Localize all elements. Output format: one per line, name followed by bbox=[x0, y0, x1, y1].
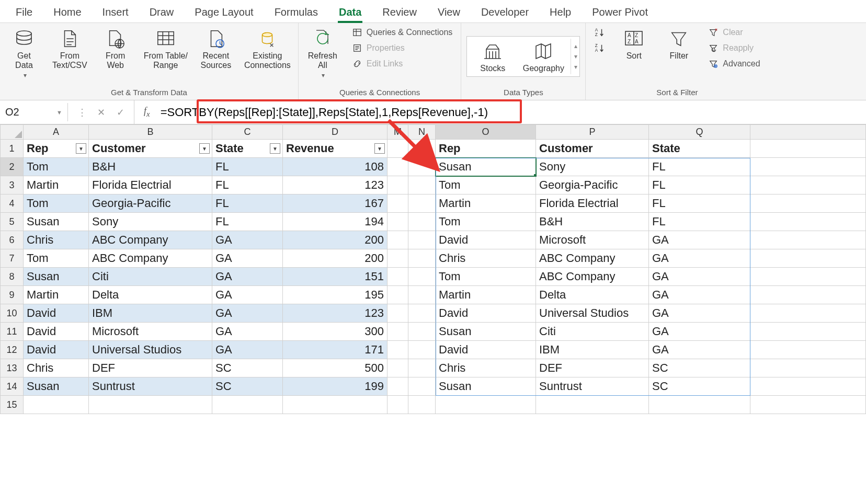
cancel-formula-icon[interactable]: ✕ bbox=[97, 107, 105, 118]
cell-M6[interactable] bbox=[388, 231, 408, 249]
row-header-11[interactable]: 11 bbox=[1, 323, 24, 341]
cell-D4[interactable]: 167 bbox=[283, 194, 388, 213]
col-header-B[interactable]: B bbox=[89, 125, 212, 140]
formula-input[interactable] bbox=[156, 104, 866, 121]
row-header-9[interactable]: 9 bbox=[1, 286, 24, 304]
cell-N1[interactable] bbox=[408, 140, 436, 158]
gallery-down-icon[interactable]: ▾ bbox=[574, 53, 577, 60]
cell-C14[interactable]: SC bbox=[212, 377, 283, 396]
fx-icon[interactable]: fx bbox=[134, 106, 156, 119]
stocks-button[interactable]: Stocks bbox=[469, 39, 516, 74]
col-header-N[interactable]: N bbox=[408, 125, 436, 140]
edit-links-button[interactable]: Edit Links bbox=[349, 58, 456, 70]
cell-O2[interactable]: Susan bbox=[436, 158, 536, 176]
cell-O8[interactable]: Tom bbox=[436, 268, 536, 286]
row-header-6[interactable]: 6 bbox=[1, 231, 24, 249]
cell-P14[interactable]: Suntrust bbox=[536, 377, 649, 396]
row-header-14[interactable]: 14 bbox=[1, 377, 24, 396]
filter-button[interactable]: Filter bbox=[660, 26, 698, 62]
cell-Q8[interactable]: GA bbox=[649, 268, 750, 286]
sort-button[interactable]: AZZA Sort bbox=[615, 26, 653, 62]
cell-N5[interactable] bbox=[408, 213, 436, 231]
cell-M7[interactable] bbox=[388, 249, 408, 268]
cell-N10[interactable] bbox=[408, 304, 436, 323]
col-header-M[interactable]: M bbox=[388, 125, 408, 140]
cell-C11[interactable]: GA bbox=[212, 323, 283, 341]
col-header-A[interactable]: A bbox=[24, 125, 89, 140]
col-header-Q[interactable]: Q bbox=[649, 125, 750, 140]
cell-C13[interactable]: SC bbox=[212, 359, 283, 377]
get-data-button[interactable]: GetData bbox=[5, 26, 43, 80]
cell-C1[interactable]: State▼ bbox=[212, 140, 283, 158]
cell-M8[interactable] bbox=[388, 268, 408, 286]
gallery-more-icon[interactable]: ▾ bbox=[574, 63, 577, 71]
select-all-corner[interactable] bbox=[1, 125, 24, 140]
tab-insert[interactable]: Insert bbox=[92, 3, 139, 22]
refresh-all-button[interactable]: RefreshAll bbox=[304, 26, 341, 80]
cell-C4[interactable]: FL bbox=[212, 194, 283, 213]
cell-A2[interactable]: Tom bbox=[24, 158, 89, 176]
cell-Q12[interactable]: GA bbox=[649, 341, 750, 359]
col-header-O[interactable]: O bbox=[436, 125, 536, 140]
cell-P1[interactable]: Customer bbox=[536, 140, 649, 158]
reapply-button[interactable]: Reapply bbox=[705, 42, 763, 54]
cell-C2[interactable]: FL bbox=[212, 158, 283, 176]
cell-O10[interactable]: David bbox=[436, 304, 536, 323]
cell-A14[interactable]: Susan bbox=[24, 377, 89, 396]
cell-M2[interactable] bbox=[388, 158, 408, 176]
cell-Q4[interactable]: FL bbox=[649, 194, 750, 213]
cell-B7[interactable]: ABC Company bbox=[89, 249, 212, 268]
tab-file[interactable]: File bbox=[5, 3, 43, 22]
filter-dropdown-state[interactable]: ▼ bbox=[270, 143, 280, 154]
cell-N14[interactable] bbox=[408, 377, 436, 396]
cell-O14[interactable]: Susan bbox=[436, 377, 536, 396]
cell-P12[interactable]: IBM bbox=[536, 341, 649, 359]
tab-page-layout[interactable]: Page Layout bbox=[184, 3, 264, 22]
row-header-15[interactable]: 15 bbox=[1, 396, 24, 414]
cell-N8[interactable] bbox=[408, 268, 436, 286]
cell-O12[interactable]: David bbox=[436, 341, 536, 359]
cell-N3[interactable] bbox=[408, 176, 436, 194]
cell-Q7[interactable]: GA bbox=[649, 249, 750, 268]
cell-D9[interactable]: 195 bbox=[283, 286, 388, 304]
cell-Q13[interactable]: SC bbox=[649, 359, 750, 377]
row-header-7[interactable]: 7 bbox=[1, 249, 24, 268]
name-box[interactable]: O2 ▼ bbox=[0, 103, 68, 121]
filter-dropdown-revenue[interactable]: ▼ bbox=[374, 143, 385, 154]
cell-M3[interactable] bbox=[388, 176, 408, 194]
cell-N12[interactable] bbox=[408, 341, 436, 359]
cell-P6[interactable]: Microsoft bbox=[536, 231, 649, 249]
cell-Q5[interactable]: FL bbox=[649, 213, 750, 231]
from-web-button[interactable]: FromWeb bbox=[97, 26, 134, 72]
cell-C12[interactable]: GA bbox=[212, 341, 283, 359]
cell-D8[interactable]: 151 bbox=[283, 268, 388, 286]
from-table-range-button[interactable]: From Table/Range bbox=[142, 26, 190, 72]
row-header-12[interactable]: 12 bbox=[1, 341, 24, 359]
cell-O11[interactable]: Susan bbox=[436, 323, 536, 341]
row-header-13[interactable]: 13 bbox=[1, 359, 24, 377]
cell-B1[interactable]: Customer▼ bbox=[89, 140, 212, 158]
cell-N4[interactable] bbox=[408, 194, 436, 213]
cell-B13[interactable]: DEF bbox=[89, 359, 212, 377]
cell-M12[interactable] bbox=[388, 341, 408, 359]
cell-A5[interactable]: Susan bbox=[24, 213, 89, 231]
tab-review[interactable]: Review bbox=[372, 3, 427, 22]
cell-P2[interactable]: Sony bbox=[536, 158, 649, 176]
cell-B6[interactable]: ABC Company bbox=[89, 231, 212, 249]
cell-A7[interactable]: Tom bbox=[24, 249, 89, 268]
cell-M5[interactable] bbox=[388, 213, 408, 231]
cell-N13[interactable] bbox=[408, 359, 436, 377]
tab-draw[interactable]: Draw bbox=[139, 3, 185, 22]
cell-D10[interactable]: 123 bbox=[283, 304, 388, 323]
cell-B8[interactable]: Citi bbox=[89, 268, 212, 286]
cell-Q6[interactable]: GA bbox=[649, 231, 750, 249]
cell-P8[interactable]: ABC Company bbox=[536, 268, 649, 286]
cell-D1[interactable]: Revenue▼ bbox=[283, 140, 388, 158]
cell-N7[interactable] bbox=[408, 249, 436, 268]
cell-D7[interactable]: 200 bbox=[283, 249, 388, 268]
clear-filter-button[interactable]: Clear bbox=[705, 26, 763, 39]
cell-C5[interactable]: FL bbox=[212, 213, 283, 231]
cell-M15[interactable] bbox=[388, 396, 408, 414]
existing-connections-button[interactable]: ExistingConnections bbox=[242, 26, 293, 72]
cell-P10[interactable]: Universal Studios bbox=[536, 304, 649, 323]
